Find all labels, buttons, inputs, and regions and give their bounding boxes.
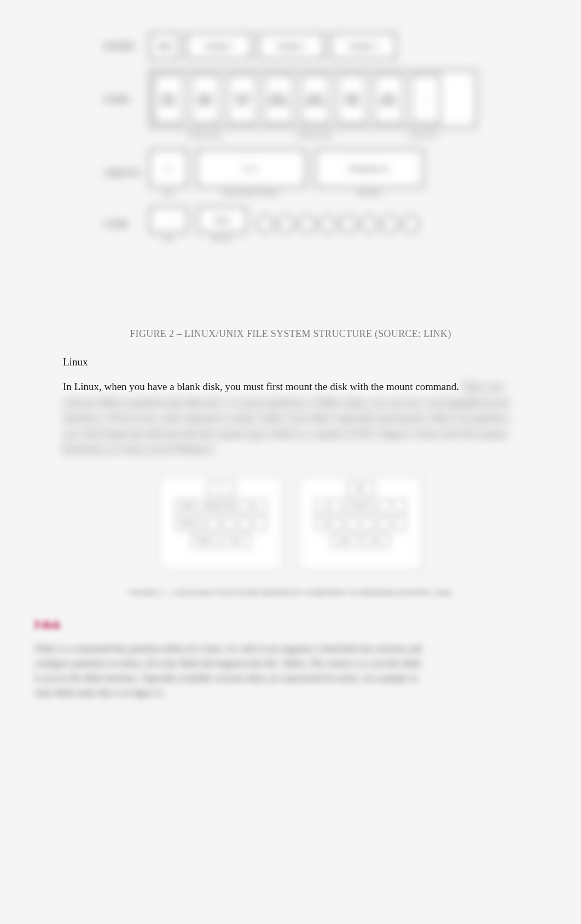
sub-logical: Logical View: [409, 132, 438, 138]
circle-icon: [277, 216, 295, 233]
diag-box-perm: Permissions etc.: [315, 149, 424, 188]
tree-b-box: lib: [379, 499, 406, 513]
tree-b-box: user: [379, 516, 406, 531]
tree-windows: C: Windows Program Files Users System32 …: [159, 476, 282, 569]
linux-paragraph-visible: In Linux, when you have a blank disk, yo…: [63, 381, 459, 392]
tree-a-box: System32: [176, 516, 203, 531]
diag-box-inodetable: Inode Table: [337, 74, 367, 124]
tree-a-box: Windows: [176, 499, 203, 513]
diag-box-groupdesc: Group Desc: [227, 74, 257, 124]
sub-dir: Directory: [212, 235, 233, 241]
diag-box-majmin: 0, 1, 2: [196, 149, 306, 188]
tree-b-box: home: [315, 516, 342, 531]
diag-box-blockbitmap: Block Bitmap: [264, 74, 294, 124]
linux-paragraph: In Linux, when you have a blank disk, yo…: [63, 379, 518, 457]
tree-b-box: file.txt: [363, 534, 390, 548]
circle-icon: [402, 216, 420, 233]
tree-a-box: Desktop: [191, 534, 219, 548]
sub-cylinder: Cylinder Group: [187, 132, 221, 138]
tree-a-box: Program Files: [207, 499, 235, 513]
diag-box-inodebitmap: Inode Bitmap: [300, 74, 330, 124]
circle-icon: [319, 216, 336, 233]
tree-a-box: Users: [239, 499, 266, 513]
diag-box-partition1: Partition 1: [186, 33, 252, 59]
diag-box-root: /: [149, 207, 188, 233]
diag-box-mbr: MBR: [149, 33, 179, 59]
tree-b-root: Sda1: [347, 481, 374, 496]
tree-linux: Sda1 root etc/bin/usr lib home bin user …: [299, 476, 422, 569]
fdisk-paragraph: Fdisk is a command-line partition utilit…: [34, 641, 428, 701]
fdisk-heading: Fdisk: [34, 619, 518, 631]
tree-a-root: C:: [207, 481, 235, 496]
figure-3-diagram: C: Windows Program Files Users System32 …: [143, 474, 438, 572]
circle-icon: [298, 216, 316, 233]
figure-2-diagram: Hard Disk MBR Partition 1 Partition 2 Pa…: [104, 33, 477, 312]
diag-box-boot: Boot Block: [154, 74, 184, 124]
diag-box-partition3: Partition 3: [330, 33, 396, 59]
diag-row4-label: On Disk: [104, 220, 143, 228]
sub-meta: Meta Data: [358, 190, 381, 196]
diag-row2-label: Partition: [104, 95, 143, 103]
circle-icon: [361, 216, 378, 233]
linux-heading: Linux: [63, 356, 518, 368]
sub-majmin: Major & Minor Numbers: [223, 190, 278, 196]
diag-row1-label: Hard Disk: [104, 42, 143, 50]
diag-box-super: Super Block: [190, 74, 220, 124]
diag-row3-label: Logical View: [104, 168, 143, 177]
figure-3-caption: FIGURE 3 — LINUX/UNIX FILESYSTEM HIERARC…: [63, 589, 518, 597]
diag-box-type: 0: [149, 149, 188, 188]
diag-box-dots: ...: [410, 74, 440, 124]
diag-box-partition2: Partition 2: [258, 33, 324, 59]
sub-type: Type: [163, 190, 174, 196]
tree-b-box: bin: [347, 516, 374, 531]
tree-b-box: root: [315, 499, 342, 513]
tree-a-box: App: [207, 516, 235, 531]
circle-icon: [340, 216, 357, 233]
circle-icon: [381, 216, 399, 233]
tree-a-box: Me: [239, 516, 266, 531]
tree-a-box: file.txt: [223, 534, 251, 548]
sub-root: Root: [163, 235, 173, 241]
sub-partition: Partition Group: [298, 132, 332, 138]
diag-box-datablocks: Data Blocks: [374, 74, 404, 124]
circle-icon: [257, 216, 274, 233]
tree-b-box: etc/bin/usr: [347, 499, 374, 513]
diag-box-inode: Inode: [197, 207, 247, 233]
figure-2-caption: FIGURE 2 – LINUX/UNIX FILE SYSTEM STRUCT…: [63, 328, 518, 340]
tree-b-box: profile: [331, 534, 358, 548]
